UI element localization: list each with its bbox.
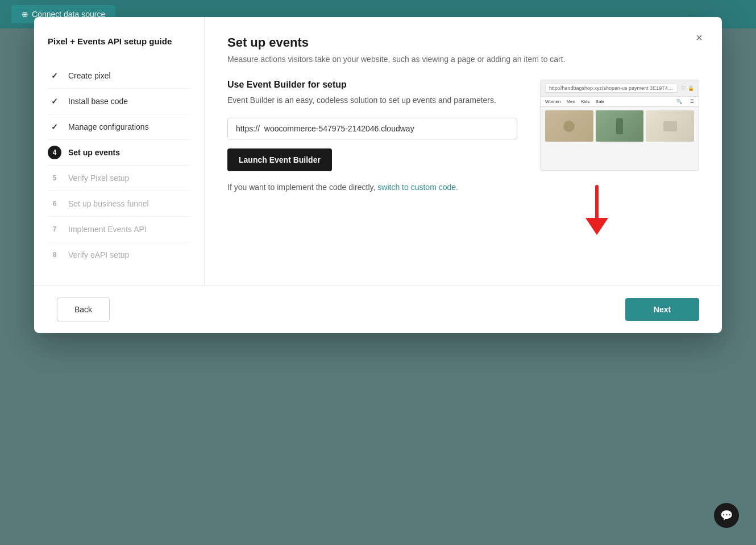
custom-code-text: If you want to implement the code direct…: [227, 183, 517, 192]
nav-kids: Kids: [581, 99, 590, 104]
step-1-indicator: ✓: [48, 69, 61, 82]
setup-modal: Pixel + Events API setup guide ✓ Create …: [34, 17, 722, 333]
nav-men: Men: [566, 99, 575, 104]
step-5-label: Verify Pixel setup: [68, 174, 129, 183]
step-2-label: Install base code: [68, 97, 128, 106]
next-label: Next: [654, 305, 671, 314]
chat-button[interactable]: 💬: [714, 503, 739, 528]
preview-product-3: [646, 110, 694, 142]
nav-list-icon: ☰: [690, 99, 694, 104]
preview-browser-bar: http://handbagshop.xyz/shopan-us payment…: [541, 80, 699, 97]
browser-nav-icons: ♡ 🔒: [681, 85, 694, 91]
custom-code-prefix: If you want to implement the code direct…: [227, 183, 375, 192]
sidebar-step-2[interactable]: ✓ Install base code: [48, 89, 190, 114]
preview-url-bar: http://handbagshop.xyz/shopan-us payment…: [545, 84, 678, 93]
sidebar-step-1[interactable]: ✓ Create pixel: [48, 63, 190, 89]
event-builder-preview: http://handbagshop.xyz/shopan-us payment…: [540, 80, 699, 171]
back-label: Back: [74, 305, 92, 314]
close-button[interactable]: ×: [690, 28, 708, 47]
next-button[interactable]: Next: [625, 298, 699, 321]
url-input-wrapper: [227, 118, 517, 139]
sidebar-step-3[interactable]: ✓ Manage configurations: [48, 114, 190, 140]
url-input[interactable]: [228, 118, 517, 139]
section-title: Use Event Builder for setup: [227, 80, 517, 90]
custom-code-link[interactable]: switch to custom code.: [377, 183, 458, 192]
preview-product-1: [545, 110, 593, 142]
nav-women: Women: [545, 99, 560, 104]
sidebar-step-4[interactable]: 4 Set up events: [48, 140, 190, 166]
connect-icon: ⊕: [22, 10, 28, 19]
preview-url-text: http://handbagshop.xyz/shopan-us payment…: [549, 85, 678, 91]
sidebar-step-8[interactable]: 8 Verify eAPI setup: [48, 242, 190, 267]
step-8-label: Verify eAPI setup: [68, 250, 129, 259]
preview-site-nav: Women Men Kids Sale 🔍 ☰: [541, 97, 699, 107]
main-content: × Set up events Measure actions visitors…: [205, 17, 722, 286]
checkmark-icon: ✓: [51, 71, 58, 80]
sidebar-title: Pixel + Events API setup guide: [48, 35, 190, 47]
step-7-label: Implement Events API: [68, 225, 147, 234]
sidebar: Pixel + Events API setup guide ✓ Create …: [34, 17, 205, 286]
chat-icon: 💬: [720, 509, 733, 522]
step-6-indicator: 6: [48, 197, 61, 210]
preview-products-grid: [541, 107, 699, 145]
modal-footer: Back Next: [34, 286, 722, 333]
svg-marker-1: [585, 218, 608, 235]
step-3-label: Manage configurations: [68, 122, 149, 131]
sidebar-step-7[interactable]: 7 Implement Events API: [48, 217, 190, 242]
back-button[interactable]: Back: [57, 298, 110, 321]
launch-btn-label: Launch Event Builder: [239, 155, 321, 164]
launch-event-builder-button[interactable]: Launch Event Builder: [227, 148, 332, 171]
preview-product-2: [596, 110, 644, 142]
checkmark-icon-2: ✓: [51, 97, 58, 106]
section-desc: Event Builder is an easy, codeless solut…: [227, 94, 512, 106]
sidebar-steps: ✓ Create pixel ✓ Install base code ✓: [48, 63, 190, 267]
step-3-indicator: ✓: [48, 120, 61, 134]
nav-lock-icon: 🔒: [688, 85, 694, 91]
close-icon: ×: [696, 31, 703, 44]
step-7-indicator: 7: [48, 222, 61, 236]
preview-container: http://handbagshop.xyz/shopan-us payment…: [540, 80, 699, 171]
sidebar-step-5[interactable]: 5 Verify Pixel setup: [48, 166, 190, 191]
main-title: Set up events: [227, 35, 699, 50]
step-4-indicator: 4: [48, 146, 61, 159]
main-subtitle: Measure actions visitors take on your we…: [227, 55, 699, 64]
step-1-label: Create pixel: [68, 71, 111, 80]
sidebar-step-6[interactable]: 6 Set up business funnel: [48, 191, 190, 217]
nav-search-icon: 🔍: [676, 99, 682, 104]
step-2-indicator: ✓: [48, 94, 61, 108]
checkmark-icon-3: ✓: [51, 122, 58, 131]
step-5-indicator: 5: [48, 171, 61, 185]
step-8-indicator: 8: [48, 248, 61, 262]
step-6-label: Set up business funnel: [68, 199, 149, 208]
step-4-label: Set up events: [68, 148, 120, 157]
custom-code-link-label: switch to custom code.: [377, 183, 458, 192]
nav-heart-icon: ♡: [681, 85, 686, 91]
nav-sale: Sale: [596, 99, 605, 104]
